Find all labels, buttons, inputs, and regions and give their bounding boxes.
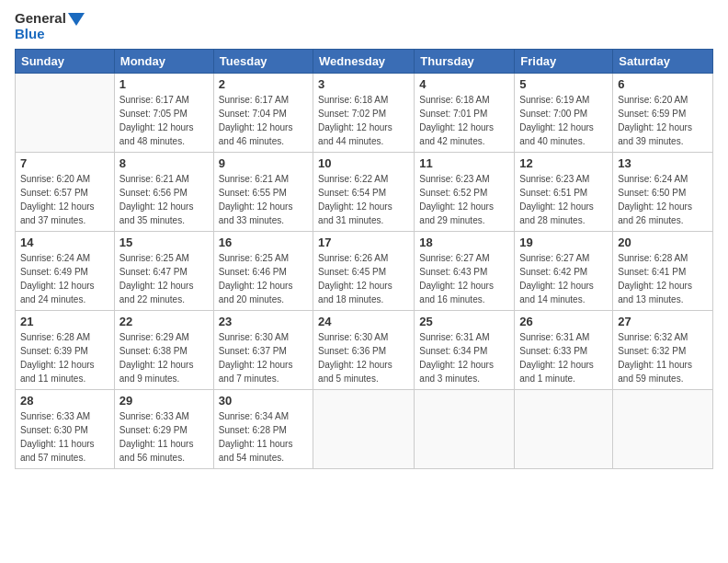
calendar-cell: 4Sunrise: 6:18 AMSunset: 7:01 PMDaylight… <box>415 74 515 153</box>
day-info: Sunrise: 6:17 AMSunset: 7:05 PMDaylight:… <box>119 93 209 148</box>
calendar-cell <box>613 390 713 469</box>
day-number: 19 <box>519 236 608 249</box>
calendar-cell: 19Sunrise: 6:27 AMSunset: 6:42 PMDayligh… <box>515 232 613 311</box>
calendar-cell: 21Sunrise: 6:28 AMSunset: 6:39 PMDayligh… <box>16 311 115 390</box>
day-number: 23 <box>219 315 308 328</box>
day-number: 24 <box>318 315 409 328</box>
day-number: 6 <box>618 77 708 91</box>
svg-marker-0 <box>68 13 85 26</box>
calendar-cell <box>515 390 613 469</box>
day-info: Sunrise: 6:19 AMSunset: 7:00 PMDaylight:… <box>519 93 608 148</box>
day-number: 17 <box>318 236 409 249</box>
calendar-cell: 16Sunrise: 6:25 AMSunset: 6:46 PMDayligh… <box>213 232 313 311</box>
day-number: 5 <box>519 77 608 91</box>
calendar-cell: 26Sunrise: 6:31 AMSunset: 6:33 PMDayligh… <box>515 311 613 390</box>
day-number: 11 <box>419 156 509 170</box>
calendar-cell: 12Sunrise: 6:23 AMSunset: 6:51 PMDayligh… <box>515 153 613 232</box>
weekday-header-tuesday: Tuesday <box>213 50 313 74</box>
page-header: General Blue <box>15 11 713 41</box>
logo: General Blue <box>15 11 85 41</box>
weekday-header-sunday: Sunday <box>16 50 115 74</box>
calendar-cell: 2Sunrise: 6:17 AMSunset: 7:04 PMDaylight… <box>213 74 313 153</box>
calendar-cell: 7Sunrise: 6:20 AMSunset: 6:57 PMDaylight… <box>16 153 115 232</box>
calendar-table: SundayMondayTuesdayWednesdayThursdayFrid… <box>15 49 713 469</box>
day-number: 26 <box>519 315 608 328</box>
day-info: Sunrise: 6:34 AMSunset: 6:28 PMDaylight:… <box>219 409 308 465</box>
weekday-header-thursday: Thursday <box>415 50 515 74</box>
calendar-cell: 17Sunrise: 6:26 AMSunset: 6:45 PMDayligh… <box>313 232 415 311</box>
calendar-cell: 30Sunrise: 6:34 AMSunset: 6:28 PMDayligh… <box>213 390 313 469</box>
calendar-cell <box>415 390 515 469</box>
day-info: Sunrise: 6:33 AMSunset: 6:29 PMDaylight:… <box>119 409 209 465</box>
day-info: Sunrise: 6:21 AMSunset: 6:56 PMDaylight:… <box>119 172 209 227</box>
day-info: Sunrise: 6:24 AMSunset: 6:49 PMDaylight:… <box>20 251 109 306</box>
day-number: 20 <box>618 236 708 249</box>
weekday-header-monday: Monday <box>114 50 213 74</box>
week-row-2: 7Sunrise: 6:20 AMSunset: 6:57 PMDaylight… <box>16 153 713 232</box>
day-info: Sunrise: 6:23 AMSunset: 6:52 PMDaylight:… <box>419 172 509 227</box>
calendar-cell: 25Sunrise: 6:31 AMSunset: 6:34 PMDayligh… <box>415 311 515 390</box>
weekday-header-friday: Friday <box>515 50 613 74</box>
day-info: Sunrise: 6:28 AMSunset: 6:39 PMDaylight:… <box>20 330 109 385</box>
day-info: Sunrise: 6:30 AMSunset: 6:37 PMDaylight:… <box>219 330 308 385</box>
day-number: 14 <box>20 236 109 249</box>
calendar-cell: 22Sunrise: 6:29 AMSunset: 6:38 PMDayligh… <box>114 311 213 390</box>
day-number: 15 <box>119 236 209 249</box>
day-number: 29 <box>119 394 209 408</box>
calendar-cell: 15Sunrise: 6:25 AMSunset: 6:47 PMDayligh… <box>114 232 213 311</box>
day-number: 1 <box>119 77 209 91</box>
day-info: Sunrise: 6:18 AMSunset: 7:01 PMDaylight:… <box>419 93 509 148</box>
calendar-cell: 3Sunrise: 6:18 AMSunset: 7:02 PMDaylight… <box>313 74 415 153</box>
day-number: 7 <box>20 156 109 170</box>
day-info: Sunrise: 6:32 AMSunset: 6:32 PMDaylight:… <box>618 330 708 385</box>
day-number: 10 <box>318 156 409 170</box>
calendar-cell: 28Sunrise: 6:33 AMSunset: 6:30 PMDayligh… <box>16 390 115 469</box>
day-info: Sunrise: 6:30 AMSunset: 6:36 PMDaylight:… <box>318 330 409 385</box>
day-number: 13 <box>618 156 708 170</box>
day-info: Sunrise: 6:25 AMSunset: 6:46 PMDaylight:… <box>219 251 308 306</box>
calendar-cell: 5Sunrise: 6:19 AMSunset: 7:00 PMDaylight… <box>515 74 613 153</box>
day-number: 18 <box>419 236 509 249</box>
day-info: Sunrise: 6:31 AMSunset: 6:34 PMDaylight:… <box>419 330 509 385</box>
day-number: 27 <box>618 315 708 328</box>
weekday-header-wednesday: Wednesday <box>313 50 415 74</box>
calendar-cell: 1Sunrise: 6:17 AMSunset: 7:05 PMDaylight… <box>114 74 213 153</box>
calendar-cell: 18Sunrise: 6:27 AMSunset: 6:43 PMDayligh… <box>415 232 515 311</box>
calendar-cell: 23Sunrise: 6:30 AMSunset: 6:37 PMDayligh… <box>213 311 313 390</box>
week-row-1: 1Sunrise: 6:17 AMSunset: 7:05 PMDaylight… <box>16 74 713 153</box>
calendar-cell <box>16 74 115 153</box>
calendar-cell: 10Sunrise: 6:22 AMSunset: 6:54 PMDayligh… <box>313 153 415 232</box>
calendar-cell: 13Sunrise: 6:24 AMSunset: 6:50 PMDayligh… <box>613 153 713 232</box>
day-info: Sunrise: 6:24 AMSunset: 6:50 PMDaylight:… <box>618 172 708 227</box>
calendar-cell: 29Sunrise: 6:33 AMSunset: 6:29 PMDayligh… <box>114 390 213 469</box>
day-number: 8 <box>119 156 209 170</box>
day-info: Sunrise: 6:31 AMSunset: 6:33 PMDaylight:… <box>519 330 608 385</box>
week-row-5: 28Sunrise: 6:33 AMSunset: 6:30 PMDayligh… <box>16 390 713 469</box>
day-info: Sunrise: 6:22 AMSunset: 6:54 PMDaylight:… <box>318 172 409 227</box>
day-info: Sunrise: 6:20 AMSunset: 6:57 PMDaylight:… <box>20 172 109 227</box>
day-info: Sunrise: 6:21 AMSunset: 6:55 PMDaylight:… <box>219 172 308 227</box>
day-number: 16 <box>219 236 308 249</box>
calendar-cell: 6Sunrise: 6:20 AMSunset: 6:59 PMDaylight… <box>613 74 713 153</box>
day-info: Sunrise: 6:25 AMSunset: 6:47 PMDaylight:… <box>119 251 209 306</box>
day-number: 2 <box>219 77 308 91</box>
weekday-header-row: SundayMondayTuesdayWednesdayThursdayFrid… <box>16 50 713 74</box>
day-number: 22 <box>119 315 209 328</box>
week-row-4: 21Sunrise: 6:28 AMSunset: 6:39 PMDayligh… <box>16 311 713 390</box>
day-info: Sunrise: 6:27 AMSunset: 6:43 PMDaylight:… <box>419 251 509 306</box>
day-number: 9 <box>219 156 308 170</box>
day-info: Sunrise: 6:23 AMSunset: 6:51 PMDaylight:… <box>519 172 608 227</box>
day-number: 30 <box>219 394 308 408</box>
calendar-cell: 14Sunrise: 6:24 AMSunset: 6:49 PMDayligh… <box>16 232 115 311</box>
calendar-cell: 8Sunrise: 6:21 AMSunset: 6:56 PMDaylight… <box>114 153 213 232</box>
logo-text: General Blue <box>15 11 85 41</box>
calendar-cell <box>313 390 415 469</box>
day-info: Sunrise: 6:28 AMSunset: 6:41 PMDaylight:… <box>618 251 708 306</box>
day-number: 28 <box>20 394 109 408</box>
day-number: 3 <box>318 77 409 91</box>
day-info: Sunrise: 6:27 AMSunset: 6:42 PMDaylight:… <box>519 251 608 306</box>
weekday-header-saturday: Saturday <box>613 50 713 74</box>
day-number: 12 <box>519 156 608 170</box>
day-info: Sunrise: 6:20 AMSunset: 6:59 PMDaylight:… <box>618 93 708 148</box>
day-info: Sunrise: 6:18 AMSunset: 7:02 PMDaylight:… <box>318 93 409 148</box>
